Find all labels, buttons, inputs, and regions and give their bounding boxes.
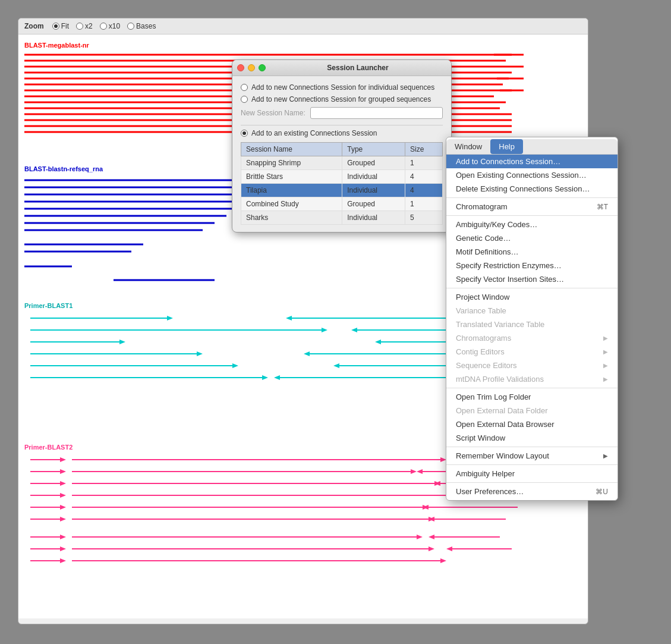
session-name-cell: Brittle Stars xyxy=(241,170,342,184)
menu-item-open-existing[interactable]: Open Existing Connections Session… xyxy=(446,168,618,182)
menu-item-add-connections[interactable]: Add to Connections Session… xyxy=(446,155,618,168)
menu-item-label: Specify Vector Insertion Sites… xyxy=(456,275,564,284)
type-cell: Individual xyxy=(342,184,405,197)
svg-marker-33 xyxy=(322,328,327,332)
menu-item-vector-insertion[interactable]: Specify Vector Insertion Sites… xyxy=(446,272,618,286)
type-cell: Individual xyxy=(342,211,405,225)
option-individual-radio[interactable] xyxy=(241,84,248,91)
svg-marker-81 xyxy=(417,469,423,474)
svg-marker-39 xyxy=(232,363,238,368)
size-cell: 4 xyxy=(405,170,442,184)
blue-track-label: BLAST-blastn-refseq_rna xyxy=(24,165,103,172)
menu-item-shortcut: ⌘U xyxy=(596,488,608,496)
menu-item-label: mtDNA Profile Validations xyxy=(456,375,544,384)
table-row[interactable]: Combined Study Grouped 1 xyxy=(241,197,443,211)
menu-item-chromatogram[interactable]: Chromatogram ⌘T xyxy=(446,200,618,213)
svg-marker-37 xyxy=(197,351,203,356)
svg-marker-103 xyxy=(60,558,66,563)
menu-item-label: Remember Window Layout xyxy=(456,451,549,460)
zoom-fit-label: Fit xyxy=(61,22,69,30)
zoom-x2-option[interactable]: x2 xyxy=(76,22,93,30)
menu-item-label: Contig Editors xyxy=(456,347,505,356)
menu-item-chromatograms: Chromatograms ▶ xyxy=(446,331,618,345)
menu-item-restriction-enzymes[interactable]: Specify Restriction Enzymes… xyxy=(446,259,618,272)
menu-item-project-window[interactable]: Project Window xyxy=(446,290,618,304)
size-cell: 5 xyxy=(405,211,442,225)
menu-divider-2 xyxy=(446,215,618,216)
menu-divider-3 xyxy=(446,288,618,288)
col-type: Type xyxy=(342,143,405,156)
menu-item-label: Open External Data Folder xyxy=(456,406,548,415)
svg-marker-35 xyxy=(119,340,125,344)
zoom-fit-radio[interactable] xyxy=(52,23,59,30)
menu-item-variance-table: Variance Table xyxy=(446,304,618,318)
menu-item-genetic-code[interactable]: Genetic Code… xyxy=(446,231,618,245)
menu-item-trim-log[interactable]: Open Trim Log Folder xyxy=(446,390,618,404)
session-name-cell: Tilapia xyxy=(241,184,342,197)
submenu-arrow: ▶ xyxy=(603,362,608,369)
name-row: New Session Name: xyxy=(241,107,443,119)
menu-item-label: Ambiguity Helper xyxy=(456,469,515,478)
menu-item-remember-layout[interactable]: Remember Window Layout ▶ xyxy=(446,449,618,463)
zoom-x10-radio[interactable] xyxy=(100,23,107,30)
option-individual[interactable]: Add to new Connections Session for indiv… xyxy=(241,83,443,92)
zoom-x2-radio[interactable] xyxy=(76,23,83,30)
menu-help-item[interactable]: Help xyxy=(490,139,523,154)
submenu-arrow[interactable]: ▶ xyxy=(603,453,608,459)
svg-marker-67 xyxy=(60,493,66,498)
existing-radio[interactable] xyxy=(241,130,248,137)
table-header-row: Session Name Type Size xyxy=(241,143,443,156)
menu-item-label: User Preferences… xyxy=(456,487,524,496)
menu-item-label: Ambiguity/Key Codes… xyxy=(456,220,537,229)
menu-item-user-prefs[interactable]: User Preferences… ⌘U xyxy=(446,485,618,498)
zoom-bases-label: Bases xyxy=(136,22,156,30)
menu-item-motif-definitions[interactable]: Motif Definitions… xyxy=(446,245,618,259)
option-grouped-radio[interactable] xyxy=(241,96,248,103)
close-button[interactable] xyxy=(237,64,244,71)
submenu-arrow: ▶ xyxy=(603,335,608,341)
existing-option[interactable]: Add to an existing Connections Session xyxy=(241,129,443,137)
option-individual-label: Add to new Connections Session for indiv… xyxy=(251,83,434,92)
menu-item-ambiguity-codes[interactable]: Ambiguity/Key Codes… xyxy=(446,218,618,231)
option-grouped[interactable]: Add to new Connections Session for group… xyxy=(241,95,443,103)
menu-divider-1 xyxy=(446,197,618,198)
table-row[interactable]: Sharks Individual 5 xyxy=(241,211,443,225)
menu-divider-5 xyxy=(446,447,618,447)
svg-marker-45 xyxy=(351,328,357,332)
menu-window-item[interactable]: Window xyxy=(446,139,490,154)
svg-marker-93 xyxy=(417,535,423,539)
menu-divider-4 xyxy=(446,388,618,388)
table-row-selected[interactable]: Tilapia Individual 4 xyxy=(241,184,443,197)
zoom-options: Fit x2 x10 Bases xyxy=(52,22,156,30)
maximize-button[interactable] xyxy=(259,64,266,71)
menu-item-label: Genetic Code… xyxy=(456,234,511,243)
table-row[interactable]: Snapping Shrimp Grouped 1 xyxy=(241,156,443,170)
svg-marker-31 xyxy=(167,316,173,321)
dialog-title: Session Launcher xyxy=(269,64,446,72)
menu-item-ambiguity-helper[interactable]: Ambiguity Helper xyxy=(446,467,618,480)
name-input[interactable] xyxy=(310,107,443,119)
svg-marker-101 xyxy=(446,546,452,551)
menu-item-label: Chromatograms xyxy=(456,334,511,343)
name-label: New Session Name: xyxy=(241,109,305,117)
svg-marker-59 xyxy=(60,469,66,474)
zoom-bases-option[interactable]: Bases xyxy=(127,22,156,30)
zoom-fit-option[interactable]: Fit xyxy=(52,22,69,30)
size-cell: 1 xyxy=(405,156,442,170)
zoom-bar: Zoom Fit x2 x10 Bases xyxy=(18,18,588,34)
svg-marker-61 xyxy=(411,469,417,474)
svg-marker-75 xyxy=(60,517,66,522)
menu-item-label: Open Existing Connections Session… xyxy=(456,171,587,180)
menu-item-script-window[interactable]: Script Window xyxy=(446,431,618,445)
minimize-button[interactable] xyxy=(248,64,255,71)
svg-marker-95 xyxy=(429,535,434,539)
menu-item-delete-existing[interactable]: Delete Existing Connections Session… xyxy=(446,182,618,196)
menu-item-external-browser[interactable]: Open External Data Browser xyxy=(446,417,618,431)
menu-item-label: Motif Definitions… xyxy=(456,247,518,256)
menu-item-label: Translated Variance Table xyxy=(456,320,544,329)
menu-divider-7 xyxy=(446,482,618,483)
table-row[interactable]: Brittle Stars Individual 4 xyxy=(241,170,443,184)
menu-item-label: Add to Connections Session… xyxy=(456,157,560,166)
zoom-x10-option[interactable]: x10 xyxy=(100,22,120,30)
zoom-bases-radio[interactable] xyxy=(127,23,134,30)
